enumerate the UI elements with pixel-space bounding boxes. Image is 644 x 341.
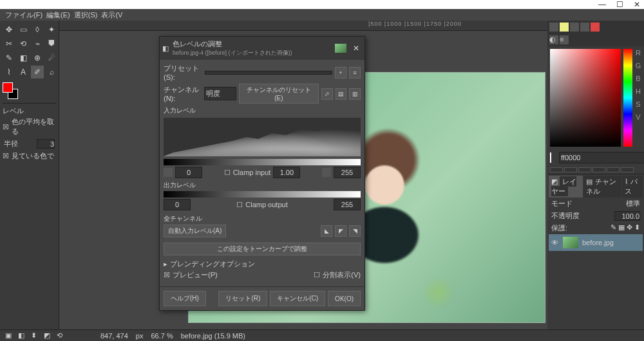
avg-checkbox[interactable]: ☒ xyxy=(3,123,9,131)
clamp-output-check[interactable]: ☐ xyxy=(236,201,243,209)
clamp-input-check[interactable]: ☐ xyxy=(224,169,231,177)
menu-view[interactable]: 表示(V xyxy=(100,10,124,20)
menu-select[interactable]: 選択(S) xyxy=(73,10,99,20)
picker-black-icon[interactable]: ◣ xyxy=(321,225,332,237)
output-levels-label: 出力レベル xyxy=(164,181,361,190)
channel-reset-button[interactable]: チャンネルのリセット(E) xyxy=(239,84,319,104)
linear-hist-icon[interactable]: ⬀ xyxy=(321,88,333,100)
histogram[interactable] xyxy=(164,118,361,156)
tool-bucket-icon[interactable]: ⛊ xyxy=(45,37,58,50)
log-hist-icon[interactable]: ▤ xyxy=(336,88,347,100)
tool-clone-icon[interactable]: ⊕ xyxy=(31,51,44,64)
recent2[interactable] xyxy=(564,167,577,172)
split-check[interactable]: ☐ xyxy=(314,271,320,279)
tab-layers[interactable]: ◩ レイヤー xyxy=(549,176,583,198)
tool-pencil-icon[interactable]: ✎ xyxy=(3,51,15,64)
hex-input[interactable] xyxy=(559,152,644,163)
tool-eraser-icon[interactable]: ◧ xyxy=(17,51,30,64)
tool-free-select-icon[interactable]: ◊ xyxy=(31,23,44,36)
dock-tabs xyxy=(547,21,644,33)
auto-levels-button[interactable]: 自動入力レベル(A) xyxy=(164,225,226,237)
input-gradient[interactable] xyxy=(164,159,361,165)
sb-icon2[interactable]: ◧ xyxy=(18,331,27,340)
output-high[interactable] xyxy=(334,199,361,210)
pick-white-icon[interactable] xyxy=(322,168,331,177)
dock-tab2[interactable] xyxy=(560,23,569,32)
ok-button[interactable]: OK(O) xyxy=(328,291,361,306)
foreground-swatch[interactable] xyxy=(3,82,13,93)
tool-path-icon[interactable]: ⌇ xyxy=(3,66,15,78)
edit-curves-button[interactable]: この設定をトーンカーブで調整 xyxy=(164,243,361,255)
dock-tab4[interactable] xyxy=(580,23,589,32)
pick-black-icon[interactable] xyxy=(164,168,173,177)
output-low[interactable] xyxy=(164,199,191,210)
tab-channels[interactable]: ▤チャンネル xyxy=(583,176,621,198)
status-zoom[interactable]: 66.7 % xyxy=(151,332,173,340)
avg-label: 色の平均を取る xyxy=(12,117,56,136)
dialog-icon: ◧ xyxy=(162,44,169,53)
input-low[interactable] xyxy=(175,167,202,178)
preset-select[interactable] xyxy=(205,71,332,75)
recent6[interactable] xyxy=(621,167,634,172)
sub-tab2[interactable]: ≡ xyxy=(560,35,569,44)
tool-warp-icon[interactable]: ⌁ xyxy=(31,37,44,50)
reset-button[interactable]: リセット(R) xyxy=(218,291,267,306)
recent1[interactable] xyxy=(550,167,563,172)
cancel-button[interactable]: キャンセル(C) xyxy=(270,291,325,306)
hue-slider[interactable] xyxy=(623,49,632,147)
dock-tab1[interactable] xyxy=(549,23,558,32)
tool-zoom-icon[interactable]: ⌕ xyxy=(45,66,58,78)
tool-move-icon[interactable]: ✥ xyxy=(3,23,15,36)
preview-check[interactable]: ☒ xyxy=(164,271,170,279)
tool-text-icon[interactable]: A xyxy=(17,66,30,78)
sb-icon3[interactable]: ⬍ xyxy=(31,331,40,340)
preset-add-icon[interactable]: + xyxy=(335,67,346,78)
output-gradient[interactable] xyxy=(164,191,361,198)
blend-expand-icon[interactable]: ▸ xyxy=(164,260,167,268)
layer-item[interactable]: 👁 before.jpg xyxy=(549,234,643,251)
preset-menu-icon[interactable]: ≡ xyxy=(349,67,361,78)
input-gamma[interactable] xyxy=(273,167,300,178)
tool-smudge-icon[interactable]: ☄ xyxy=(45,51,58,64)
tool-rotate-icon[interactable]: ⟲ xyxy=(17,37,30,50)
tool-rect-select-icon[interactable]: ▭ xyxy=(17,23,30,36)
tool-color-picker-icon[interactable]: ✐ xyxy=(31,66,44,78)
minimize-icon[interactable]: — xyxy=(598,0,606,9)
opacity-input[interactable] xyxy=(614,211,640,221)
status-unit[interactable]: px xyxy=(136,332,144,340)
recent3[interactable] xyxy=(578,167,591,172)
radius-input[interactable] xyxy=(37,139,55,149)
maximize-icon[interactable]: ☐ xyxy=(616,0,623,9)
menu-file[interactable]: ファイル(F) xyxy=(4,10,44,20)
layer-name[interactable]: before.jpg xyxy=(582,239,614,246)
tool-crop-icon[interactable]: ✂ xyxy=(3,37,15,50)
menu-edit[interactable]: 編集(E) xyxy=(45,10,71,20)
channel-select[interactable]: 明度 xyxy=(204,87,236,100)
preset-label: プリセット(S): xyxy=(164,64,202,81)
recent4[interactable] xyxy=(592,167,605,172)
dialog-close-icon[interactable]: ✕ xyxy=(350,44,362,53)
mode-select[interactable]: 標準 xyxy=(626,199,640,208)
sb-icon5[interactable]: ⟲ xyxy=(57,331,66,340)
picker-white-icon[interactable]: ◥ xyxy=(349,225,361,237)
recent5[interactable] xyxy=(607,167,620,172)
dock-tab3[interactable] xyxy=(570,23,579,32)
lock-icons[interactable]: ✎ ▦ ✥ ⬍ xyxy=(611,223,640,233)
picker-gray-icon[interactable]: ◤ xyxy=(335,225,346,237)
fg-bg-colors[interactable] xyxy=(3,82,22,99)
sb-icon4[interactable]: ◩ xyxy=(44,331,53,340)
color-picker-gradient[interactable] xyxy=(550,49,621,147)
split-label: 分割表示(V) xyxy=(323,270,361,280)
dock-tab5[interactable] xyxy=(591,23,600,32)
visibility-icon[interactable]: 👁 xyxy=(551,239,559,246)
close-icon[interactable]: ✕ xyxy=(634,0,640,9)
hist-icon[interactable]: ▥ xyxy=(349,88,361,100)
help-button[interactable]: ヘルプ(H) xyxy=(164,291,206,306)
sub-tab1[interactable]: ◐ xyxy=(549,35,558,44)
tool-fuzzy-icon[interactable]: ✦ xyxy=(45,23,58,36)
seecolor-checkbox[interactable]: ☒ xyxy=(3,152,9,160)
input-high[interactable] xyxy=(334,167,361,178)
tab-paths[interactable]: ⌇パス xyxy=(622,176,643,198)
current-fg-swatch[interactable] xyxy=(550,152,551,163)
sb-icon1[interactable]: ▣ xyxy=(5,331,14,340)
